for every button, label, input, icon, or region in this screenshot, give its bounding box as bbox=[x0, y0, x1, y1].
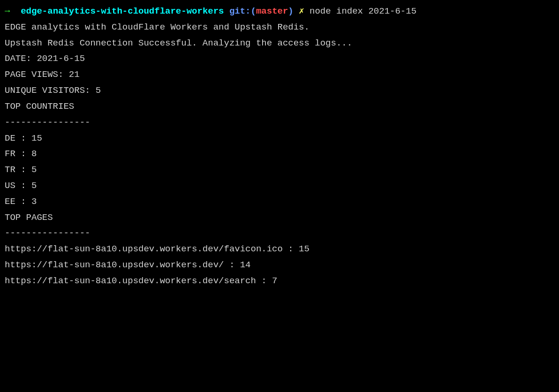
prompt-git-label: git: bbox=[224, 6, 251, 16]
output-line-page-row: https://flat-sun-8a10.upsdev.workers.dev… bbox=[5, 241, 554, 257]
shell-command-input[interactable]: node index 2021-6-15 bbox=[310, 6, 416, 16]
output-line-intro: EDGE analytics with CloudFlare Workers a… bbox=[5, 20, 554, 36]
output-line-country-row: EE : 3 bbox=[5, 194, 554, 210]
prompt-paren-close: ) bbox=[288, 6, 293, 16]
prompt-paren-open: ( bbox=[251, 6, 256, 16]
output-line-page-views: PAGE VIEWS: 21 bbox=[5, 67, 554, 83]
output-line-unique-visitors: UNIQUE VISITORS: 5 bbox=[5, 83, 554, 99]
output-line-divider: ---------------- bbox=[5, 115, 554, 131]
output-line-date: DATE: 2021-6-15 bbox=[5, 51, 554, 67]
output-line-page-row: https://flat-sun-8a10.upsdev.workers.dev… bbox=[5, 273, 554, 289]
prompt-dirty-icon: ✗ bbox=[294, 6, 310, 16]
output-line-country-row: FR : 8 bbox=[5, 146, 554, 162]
output-line-divider: ---------------- bbox=[5, 226, 554, 241]
prompt-git-branch: master bbox=[256, 6, 288, 16]
shell-prompt-line: → edge-analytics-with-cloudflare-workers… bbox=[5, 4, 554, 20]
output-line-country-row: US : 5 bbox=[5, 178, 554, 194]
output-line-country-row: TR : 5 bbox=[5, 162, 554, 178]
prompt-directory: edge-analytics-with-cloudflare-workers bbox=[21, 6, 224, 16]
output-line-country-row: DE : 15 bbox=[5, 131, 554, 147]
output-line-page-row: https://flat-sun-8a10.upsdev.workers.dev… bbox=[5, 257, 554, 273]
prompt-arrow-icon: → bbox=[5, 6, 21, 16]
output-line-top-pages-header: TOP PAGES bbox=[5, 210, 554, 226]
output-line-connection-status: Upstash Redis Connection Successful. Ana… bbox=[5, 36, 554, 52]
output-line-top-countries-header: TOP COUNTRIES bbox=[5, 99, 554, 115]
